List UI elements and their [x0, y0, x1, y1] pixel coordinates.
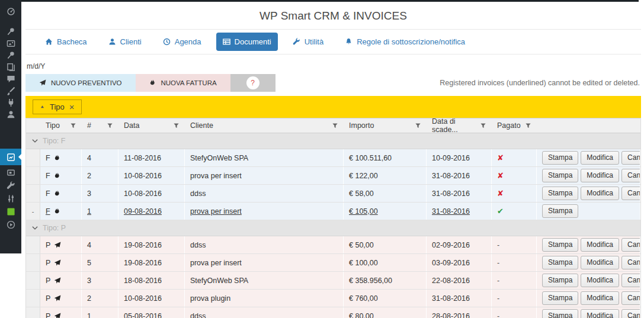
remove-grouping-icon[interactable]: × — [69, 102, 75, 111]
cell-text: 3 — [87, 189, 91, 198]
column-header-tipo[interactable]: Tipo — [40, 118, 82, 133]
tab-agenda[interactable]: Agenda — [156, 33, 208, 51]
filter-funnel-icon[interactable] — [107, 123, 113, 129]
stampa-button[interactable]: Stampa — [542, 309, 578, 318]
cancella-button[interactable]: Cancella — [621, 187, 640, 200]
grid-grouping-bar[interactable]: Tipo × — [25, 96, 641, 118]
sidebar-item-users[interactable] — [0, 108, 21, 120]
new-quote-button[interactable]: NUOVO PREVENTIVO — [25, 74, 136, 92]
cell-importo: € 58,00 — [344, 185, 427, 202]
sidebar-item-slides[interactable] — [0, 166, 21, 178]
plugin-nav-bar: BachecaClientiAgendaDocumentiUtilitàRego… — [25, 29, 641, 54]
tab-documenti[interactable]: Documenti — [216, 33, 278, 51]
cell-importo: € 50,00 — [344, 236, 427, 253]
modifica-button[interactable]: Modifica — [581, 187, 619, 200]
column-header-scadenza[interactable]: Data di scade... — [427, 118, 492, 133]
column-header-actions[interactable] — [537, 118, 640, 133]
cell-text: 1 — [87, 207, 91, 216]
filter-funnel-icon[interactable] — [332, 123, 338, 129]
cancella-button[interactable]: Cancella — [621, 274, 640, 287]
sidebar-item-media[interactable] — [0, 37, 21, 49]
modifica-button[interactable]: Modifica — [581, 256, 619, 269]
sidebar-item-pages[interactable] — [0, 61, 21, 73]
tipo-letter: P — [46, 259, 50, 267]
crm-icon — [7, 153, 15, 162]
stampa-button[interactable]: Stampa — [542, 151, 578, 164]
column-header-importo[interactable]: Importo — [344, 118, 427, 133]
sidebar-item-settings[interactable] — [0, 192, 21, 204]
filter-funnel-icon[interactable] — [525, 123, 531, 129]
cancella-button[interactable]: Cancella — [621, 151, 640, 164]
sidebar-item-pin[interactable] — [0, 25, 21, 37]
tab-regole[interactable]: Regole di sottoscrizione/notifica — [338, 33, 472, 51]
sort-asc-icon[interactable] — [40, 104, 45, 110]
tab-utilita[interactable]: Utilità — [286, 33, 331, 51]
modifica-button[interactable]: Modifica — [581, 151, 619, 164]
column-header-data[interactable]: Data — [118, 118, 185, 133]
cell-tipo: F — [40, 149, 82, 166]
stampa-button[interactable]: Stampa — [542, 204, 578, 217]
filter-funnel-icon[interactable] — [173, 123, 180, 129]
modifica-button[interactable]: Modifica — [581, 169, 619, 182]
new-invoice-button[interactable]: NUOVA FATTURA — [136, 74, 230, 92]
cell-cliente: StefyOnWeb SPA — [185, 149, 344, 166]
document-row[interactable]: -F109-08-2016prova per insert€ 105,0031-… — [26, 203, 640, 220]
collapse-chevron-icon[interactable] — [31, 137, 39, 144]
filter-funnel-icon[interactable] — [70, 123, 76, 129]
help-button[interactable]: ? — [230, 74, 275, 92]
cancella-button[interactable]: Cancella — [621, 256, 640, 269]
stampa-button[interactable]: Stampa — [542, 291, 578, 304]
tab-clienti[interactable]: Clienti — [102, 33, 148, 51]
cell-text: 11-08-2016 — [124, 154, 161, 162]
column-header-cliente[interactable]: Cliente — [185, 118, 344, 133]
collapse-chevron-icon[interactable] — [31, 224, 39, 232]
group-header-row: Tipo: F — [26, 133, 640, 149]
sidebar-item-plugins[interactable] — [0, 97, 21, 108]
modifica-button[interactable]: Modifica — [581, 291, 619, 304]
sidebar-item-play-circle[interactable] — [0, 219, 21, 230]
cancella-button[interactable]: Cancella — [621, 309, 640, 318]
document-row[interactable]: P519-08-2016prova per insert€ 100,0003-0… — [26, 254, 640, 272]
sidebar-item-tools[interactable] — [0, 179, 21, 191]
cell-text: 3 — [87, 277, 91, 285]
document-row[interactable]: P419-08-2016ddss€ 50,0002-09-2016-Stampa… — [26, 236, 640, 254]
sidebar-item-dashboard[interactable] — [0, 5, 21, 17]
modifica-button[interactable]: Modifica — [581, 238, 619, 251]
cell-scadenza: 31-08-2016 — [427, 290, 492, 307]
filter-funnel-icon[interactable] — [415, 123, 421, 129]
sort-asc-icon[interactable] — [40, 104, 45, 110]
stampa-button[interactable]: Stampa — [542, 187, 578, 200]
stampa-button[interactable]: Stampa — [542, 169, 578, 182]
filter-funnel-icon[interactable] — [480, 123, 486, 129]
cell-actions: StampaModificaCancella — [537, 272, 640, 289]
column-header-num[interactable]: # — [82, 118, 118, 133]
pin-icon — [7, 27, 15, 36]
sidebar-item-green-square[interactable] — [0, 205, 21, 217]
modifica-button[interactable]: Modifica — [581, 309, 619, 318]
cell-text: € 358.956,00 — [349, 277, 392, 285]
cancella-button[interactable]: Cancella — [621, 238, 640, 251]
document-row[interactable]: F210-08-2016prova per insert€ 122,0031-0… — [26, 167, 640, 185]
sidebar-item-crm[interactable] — [0, 149, 21, 165]
modifica-button[interactable]: Modifica — [581, 274, 619, 287]
document-row[interactable]: F310-08-2016ddss€ 58,0031-08-2016✘Stampa… — [26, 185, 640, 203]
tipo-letter: F — [46, 154, 50, 162]
column-label: Pagato — [497, 121, 521, 130]
stampa-button[interactable]: Stampa — [542, 274, 578, 287]
tab-bacheca[interactable]: Bacheca — [39, 33, 94, 51]
stampa-button[interactable]: Stampa — [542, 238, 578, 251]
sidebar-item-appearance[interactable] — [0, 85, 21, 97]
grouping-chip-tipo[interactable]: Tipo × — [33, 99, 82, 114]
document-row[interactable]: P210-08-2016prova plugin€ 760,0031-08-20… — [26, 290, 640, 307]
document-row[interactable]: P105-08-2016ddss€ 80,0028-08-2016-Stampa… — [26, 307, 640, 318]
sidebar-item-pin[interactable] — [0, 49, 21, 61]
cancella-button[interactable]: Cancella — [621, 169, 640, 182]
paid-dash: - — [497, 312, 499, 318]
column-header-pagato[interactable]: Pagato — [492, 118, 537, 133]
cancella-button[interactable]: Cancella — [621, 291, 640, 304]
document-row[interactable]: F411-08-2016StefyOnWeb SPA€ 100.511,6010… — [26, 149, 640, 167]
document-row[interactable]: P318-08-2016StefyOnWeb SPA€ 358.956,0022… — [26, 272, 640, 290]
row-group-cell — [26, 149, 40, 166]
sidebar-item-comments[interactable] — [0, 73, 21, 85]
stampa-button[interactable]: Stampa — [542, 256, 578, 269]
